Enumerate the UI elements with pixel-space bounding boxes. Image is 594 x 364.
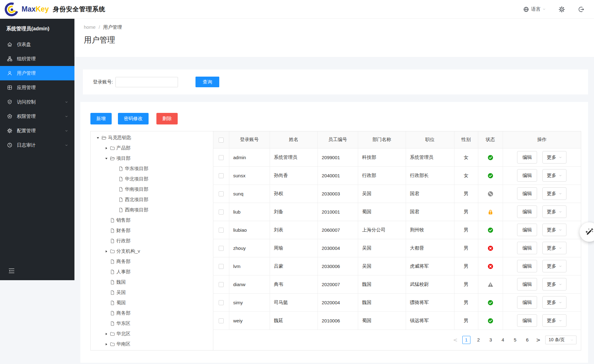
page-size-select[interactable]: 10 条/页 [545, 336, 576, 344]
tree-item[interactable]: 华北区 [91, 329, 213, 339]
tree-item[interactable]: 产品部 [91, 143, 213, 153]
edit-button[interactable]: 编辑 [517, 242, 537, 254]
magic-wand-icon [584, 227, 594, 237]
change-password-button[interactable]: 密码修改 [118, 113, 149, 124]
tree-caret-icon[interactable] [103, 250, 110, 253]
tree-item[interactable]: 行政部 [91, 236, 213, 246]
more-button[interactable]: 更多 [542, 187, 566, 200]
folder-icon [110, 145, 115, 151]
language-selector[interactable]: 语言 [523, 6, 546, 13]
select-all-checkbox[interactable] [219, 138, 224, 143]
content-row: 马克思钥匙 产品部 项目部 华东项目部 华北项目部 华南项目部 西北项目部 西南… [90, 131, 581, 351]
tree-item[interactable]: 西北项目部 [91, 195, 213, 205]
sidebar-item-access-control[interactable]: 访问控制 [0, 95, 74, 109]
more-button[interactable]: 更多 [542, 224, 566, 236]
gender-cell: 男 [454, 203, 478, 221]
menu-fold-button[interactable] [8, 267, 16, 275]
tree-item[interactable]: 华南项目部 [91, 184, 213, 195]
tree-item-label: 华北区 [116, 331, 130, 337]
edit-button[interactable]: 编辑 [517, 278, 537, 291]
tree-item[interactable]: 西南项目部 [91, 205, 213, 215]
edit-button[interactable]: 编辑 [517, 151, 537, 164]
edit-button[interactable]: 编辑 [517, 187, 537, 200]
tree-item-label: 财务部 [116, 228, 130, 234]
sidebar-item-organization[interactable]: 组织管理 [0, 52, 74, 66]
more-button[interactable]: 更多 [542, 205, 566, 218]
name-cell: 孙权 [270, 185, 317, 203]
row-checkbox[interactable] [219, 155, 224, 160]
tree-item[interactable]: 魏国 [91, 277, 213, 287]
add-button[interactable]: 新增 [90, 113, 112, 124]
more-button[interactable]: 更多 [542, 314, 566, 327]
tree-item[interactable]: 人事部 [91, 267, 213, 277]
tree-item[interactable]: 分支机构_v [91, 246, 213, 256]
edit-button[interactable]: 编辑 [517, 169, 537, 182]
tree-caret-icon[interactable] [103, 343, 110, 346]
more-button[interactable]: 更多 [542, 169, 566, 182]
tree-item[interactable]: 蜀国 [91, 298, 213, 308]
tree-item[interactable]: 销售部 [91, 215, 213, 225]
employee-id-cell: 2030003 [317, 185, 358, 203]
file-icon [118, 187, 124, 192]
row-checkbox[interactable] [219, 318, 224, 323]
checkbox-cell [213, 203, 229, 221]
edit-button[interactable]: 编辑 [517, 260, 537, 272]
row-checkbox[interactable] [219, 210, 224, 215]
more-button[interactable]: 更多 [542, 260, 566, 272]
more-button[interactable]: 更多 [542, 296, 566, 309]
tree-caret-icon[interactable] [103, 147, 110, 150]
page-number-5[interactable]: 5 [511, 336, 519, 344]
login-account-input[interactable] [115, 77, 178, 87]
row-checkbox[interactable] [219, 264, 224, 269]
more-button[interactable]: 更多 [542, 242, 566, 254]
edit-button[interactable]: 编辑 [517, 314, 537, 327]
delete-button[interactable]: 删除 [156, 113, 178, 124]
edit-button[interactable]: 编辑 [517, 224, 537, 236]
row-checkbox[interactable] [219, 173, 224, 178]
tree-item[interactable]: 商务部 [91, 308, 213, 318]
tree-caret-icon[interactable] [103, 332, 110, 336]
sidebar-item-users[interactable]: 用户管理 [0, 66, 74, 80]
query-button[interactable]: 查询 [195, 77, 219, 87]
sidebar-item-permissions[interactable]: 权限管理 [0, 109, 74, 124]
tree-item[interactable]: 马克思钥匙 [91, 133, 213, 143]
row-checkbox[interactable] [219, 191, 224, 196]
tree-item[interactable]: 华南区 [91, 339, 213, 349]
tree-item[interactable]: 华东项目部 [91, 164, 213, 174]
row-checkbox[interactable] [219, 246, 224, 251]
more-button[interactable]: 更多 [542, 151, 566, 164]
sidebar-item-configuration[interactable]: 配置管理 [0, 124, 74, 138]
tree-item[interactable]: 财务部 [91, 225, 213, 236]
logout-button[interactable] [578, 6, 585, 13]
settings-button[interactable] [558, 6, 565, 13]
page-number-6[interactable]: 6 [523, 336, 531, 344]
row-checkbox[interactable] [219, 228, 224, 233]
row-checkbox[interactable] [219, 282, 224, 287]
tree-item[interactable]: 项目部 [91, 153, 213, 164]
tree-caret-icon[interactable] [103, 157, 110, 160]
breadcrumb-home-link[interactable]: home [84, 24, 96, 30]
page-number-1[interactable]: 1 [462, 336, 470, 344]
breadcrumb-current: 用户管理 [103, 24, 122, 30]
row-checkbox[interactable] [219, 300, 224, 305]
page-number-4[interactable]: 4 [499, 336, 507, 344]
sidebar-item-audit-log[interactable]: 日志审计 [0, 138, 74, 152]
sidebar-item-applications[interactable]: 应用管理 [0, 80, 74, 95]
tree-item[interactable]: 华北项目部 [91, 174, 213, 184]
next-page-button[interactable]: > [536, 337, 541, 343]
sidebar-item-dashboard[interactable]: 仪表盘 [0, 37, 74, 52]
table-row: lvm 吕蒙 2030006 吴国 虎威将军 男 编辑 更多 [213, 257, 581, 275]
tree-caret-icon[interactable] [94, 136, 101, 139]
edit-button[interactable]: 编辑 [517, 296, 537, 309]
tree-item[interactable]: 商务部 [91, 256, 213, 267]
page-number-2[interactable]: 2 [475, 336, 483, 344]
breadcrumb: home / 用户管理 [84, 24, 594, 30]
tree-item[interactable]: 华东区 [91, 318, 213, 329]
prev-page-button[interactable]: < [453, 337, 458, 343]
edit-button[interactable]: 编辑 [517, 205, 537, 218]
checkbox-cell [213, 293, 229, 311]
more-button[interactable]: 更多 [542, 278, 566, 291]
status-enabled-icon [488, 155, 493, 160]
page-number-3[interactable]: 3 [487, 336, 495, 344]
tree-item[interactable]: 吴国 [91, 287, 213, 298]
